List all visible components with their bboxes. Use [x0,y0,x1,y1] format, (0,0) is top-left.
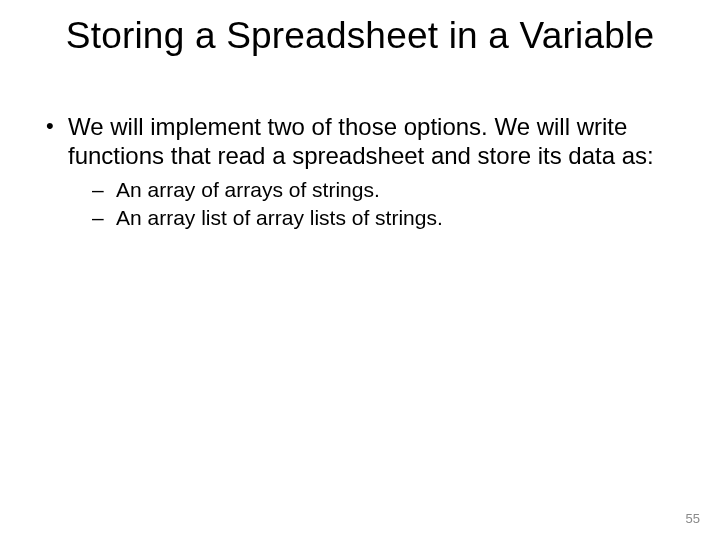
slide: Storing a Spreadsheet in a Variable We w… [0,0,720,540]
slide-body: We will implement two of those options. … [40,112,670,240]
bullet-item: We will implement two of those options. … [40,112,670,232]
sub-bullet-text: An array list of array lists of strings. [116,206,443,229]
sub-bullet-item: An array list of array lists of strings. [68,205,670,232]
page-number: 55 [686,511,700,526]
bullet-text: We will implement two of those options. … [68,113,654,169]
bullet-list: We will implement two of those options. … [40,112,670,232]
slide-title: Storing a Spreadsheet in a Variable [0,16,720,57]
sub-bullet-list: An array of arrays of strings. An array … [68,177,670,233]
sub-bullet-item: An array of arrays of strings. [68,177,670,204]
sub-bullet-text: An array of arrays of strings. [116,178,380,201]
